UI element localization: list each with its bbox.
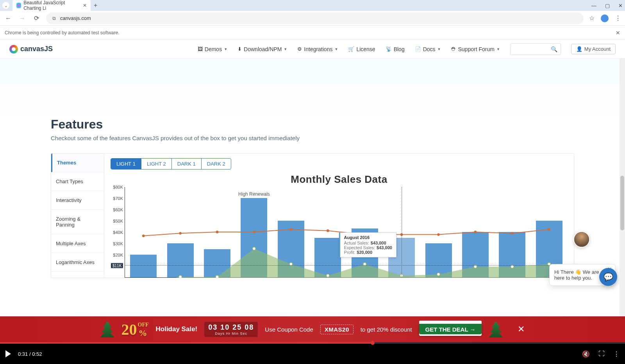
chevron-down-icon: ▼ (224, 47, 227, 51)
close-promo-icon[interactable]: ✕ (518, 324, 525, 334)
promo-banner: 20OFF% Holiday Sale! 03 10 25 08 Days Hr… (0, 316, 625, 342)
promo-coupon-suffix: to get 20% discount (361, 326, 412, 333)
chat-avatar[interactable] (573, 231, 590, 248)
chart-bar[interactable] (204, 249, 230, 278)
chart-crosshair-horizontal: $11K (125, 265, 568, 266)
theme-tab-dark2[interactable]: DARK 2 (202, 159, 231, 169)
promo-coupon-code: XMAS20 (320, 325, 354, 334)
site-header: canvasJS 🖼Demos▼ ⬇Download/NPM▼ ⚙Integra… (0, 40, 625, 59)
support-icon: ⛑ (451, 46, 456, 52)
reload-button[interactable]: ⟳ (32, 14, 41, 23)
nav-download[interactable]: ⬇Download/NPM▼ (238, 46, 287, 52)
video-progress-fill (0, 342, 373, 344)
chat-fab-button[interactable]: 💬 (599, 268, 617, 286)
chart-bar[interactable] (167, 243, 194, 277)
theme-tabs: LIGHT 1 LIGHT 2 DARK 1 DARK 2 (111, 158, 231, 170)
chevron-down-icon: ▼ (496, 47, 500, 51)
chart-bar[interactable] (499, 232, 525, 277)
chart-bar[interactable] (462, 232, 489, 277)
logo-text: canvasJS (20, 45, 53, 53)
close-tab-icon[interactable]: ✕ (83, 3, 87, 8)
chart-bar[interactable] (130, 255, 157, 277)
url-field[interactable]: ⧉ canvasjs.com (46, 12, 584, 24)
search-input[interactable]: 🔍 (510, 43, 561, 55)
promo-percent: 20OFF% (121, 320, 149, 339)
browser-tab-strip: ⌄ Beautiful JavaScript Charting Li ✕ + ―… (0, 0, 625, 11)
chart-bar[interactable] (314, 238, 341, 278)
tree-icon (489, 321, 503, 337)
chart-container[interactable]: LIGHT 1 LIGHT 2 DARK 1 DARK 2 Monthly Sa… (104, 153, 574, 278)
browser-menu-icon[interactable]: ⋮ (615, 14, 621, 22)
chart-crosshair-vertical (402, 187, 402, 277)
gears-icon: ⚙ (297, 46, 302, 52)
favicon-icon (16, 3, 21, 8)
document-icon: 📄 (415, 46, 421, 52)
close-info-bar[interactable]: ✕ (616, 30, 620, 36)
search-icon[interactable]: 🔍 (551, 46, 557, 52)
features-subtitle: Checkout some of the features CanvasJS p… (51, 135, 574, 141)
minimize-button[interactable]: ― (591, 3, 596, 9)
chart-annotation: High Renewals (238, 191, 270, 197)
sidebar-item-log-axes[interactable]: Logarithmic Axes (51, 253, 104, 272)
sidebar-item-themes[interactable]: Themes (51, 153, 104, 172)
nav-license[interactable]: 🛒License (348, 46, 375, 52)
nav-integrations[interactable]: ⚙Integrations▼ (297, 46, 338, 52)
page-scrollbar[interactable] (620, 59, 625, 316)
logo-icon (9, 45, 18, 54)
sidebar-item-chart-types[interactable]: Chart Types (51, 172, 104, 191)
nav-docs[interactable]: 📄Docs▼ (415, 46, 441, 52)
promo-countdown: 03 10 25 08 Days Hr Min Sec (204, 322, 258, 337)
automation-info-bar: Chrome is being controlled by automated … (0, 26, 625, 40)
play-button[interactable] (5, 350, 11, 357)
browser-tab[interactable]: Beautiful JavaScript Charting Li ✕ (12, 0, 91, 12)
features-sidebar: Themes Chart Types Interactivity Zooming… (51, 153, 104, 278)
tabs-dropdown[interactable]: ⌄ (2, 2, 9, 9)
address-bar: ← → ⟳ ⧉ canvasjs.com ☆ ⋮ (0, 11, 625, 26)
sidebar-item-zooming[interactable]: Zooming & Panning (51, 210, 104, 234)
download-icon: ⬇ (238, 46, 242, 52)
video-progress-knob[interactable] (371, 341, 375, 345)
scrollbar-thumb[interactable] (620, 176, 624, 230)
chevron-down-icon: ▼ (438, 47, 441, 51)
chart-bar[interactable] (425, 243, 452, 277)
tree-icon (100, 321, 114, 337)
nav-blog[interactable]: 📡Blog (386, 46, 405, 52)
rss-icon: 📡 (386, 46, 392, 52)
logo[interactable]: canvasJS (9, 45, 53, 54)
user-icon: 👤 (576, 46, 582, 52)
sidebar-item-interactivity[interactable]: Interactivity (51, 191, 104, 210)
chart-crosshair-label: $11K (111, 263, 123, 268)
theme-tab-dark1[interactable]: DARK 1 (172, 159, 202, 169)
promo-headline: Holiday Sale! (156, 325, 198, 333)
cart-icon: 🛒 (348, 46, 354, 52)
url-text: canvasjs.com (60, 15, 91, 21)
sidebar-item-multiple-axes[interactable]: Multiple Axes (51, 234, 104, 253)
back-button[interactable]: ← (4, 14, 12, 23)
theme-tab-light2[interactable]: LIGHT 2 (141, 159, 172, 169)
chart-bar[interactable] (278, 221, 304, 277)
play-icon (5, 350, 11, 357)
close-window-button[interactable]: ✕ (618, 3, 623, 9)
my-account-button[interactable]: 👤My Account (571, 44, 616, 54)
image-icon: 🖼 (198, 46, 203, 52)
mute-icon[interactable]: 🔇 (582, 350, 590, 358)
promo-cta-button[interactable]: GET THE DEAL → (419, 323, 482, 336)
nav-demos[interactable]: 🖼Demos▼ (198, 46, 227, 52)
fullscreen-icon[interactable]: ⛶ (598, 350, 605, 357)
forward-button[interactable]: → (18, 14, 27, 23)
video-menu-icon[interactable]: ⋮ (613, 350, 620, 358)
info-bar-text: Chrome is being controlled by automated … (5, 30, 119, 36)
nav-forum[interactable]: ⛑Support Forum▼ (451, 46, 500, 52)
tooltip-title: August 2016 (344, 235, 392, 240)
promo-coupon-prefix: Use Coupon Code (265, 326, 313, 333)
theme-tab-light1[interactable]: LIGHT 1 (111, 159, 141, 169)
chevron-down-icon: ▼ (334, 47, 338, 51)
profile-avatar[interactable] (601, 14, 609, 22)
site-info-icon[interactable]: ⧉ (51, 15, 57, 21)
hero-background (0, 59, 625, 117)
maximize-button[interactable]: ▢ (605, 3, 610, 9)
chart-plot[interactable]: $80K$70K$60K$50K$40K$30K$20K High Renewa… (111, 187, 568, 278)
video-progress-track[interactable] (0, 342, 625, 344)
bookmark-icon[interactable]: ☆ (589, 14, 595, 22)
new-tab-button[interactable]: + (94, 2, 97, 9)
